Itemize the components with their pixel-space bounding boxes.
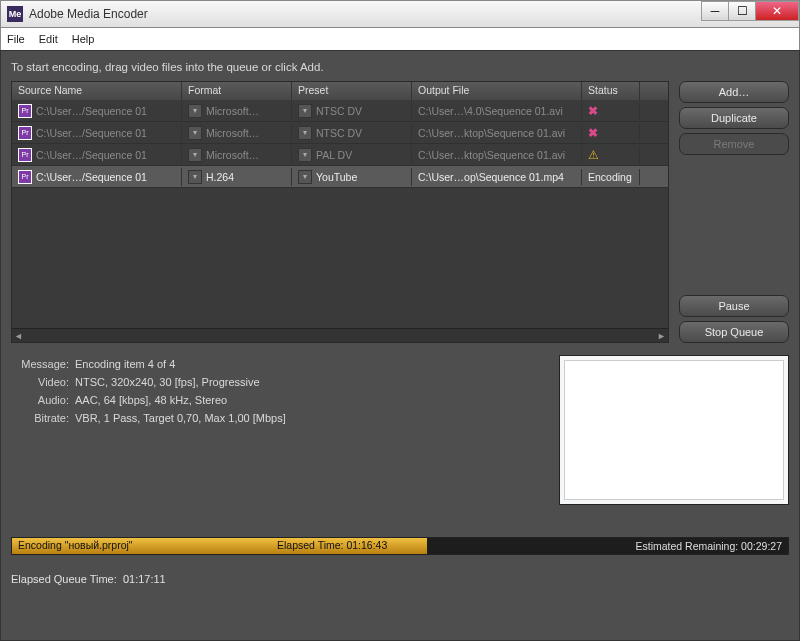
progress-remaining-label: Estimated Remaining: 00:29:27	[588, 539, 788, 553]
message-value: Encoding item 4 of 4	[75, 358, 175, 370]
table-row[interactable]: PrC:\User…/Sequence 01▾Microsoft…▾NTSC D…	[12, 100, 668, 122]
preset-value: PAL DV	[316, 149, 352, 161]
preset-value: NTSC DV	[316, 127, 362, 139]
col-status[interactable]: Status	[582, 82, 640, 100]
format-value: Microsoft…	[206, 127, 259, 139]
format-value: Microsoft…	[206, 105, 259, 117]
stop-queue-button[interactable]: Stop Queue	[679, 321, 789, 343]
window-buttons: ─ ☐ ✕	[702, 1, 799, 21]
app-body: To start encoding, drag video files into…	[0, 50, 800, 641]
audio-value: AAC, 64 [kbps], 48 kHz, Stereo	[75, 394, 227, 406]
queue-rows: PrC:\User…/Sequence 01▾Microsoft…▾NTSC D…	[12, 100, 668, 328]
col-format[interactable]: Format	[182, 82, 292, 100]
error-icon: ✖	[588, 104, 602, 118]
format-dropdown-icon[interactable]: ▾	[188, 170, 202, 184]
source-name: C:\User…/Sequence 01	[36, 105, 147, 117]
progress-row: Encoding "новый.prproj" Elapsed Time: 01…	[11, 537, 789, 555]
error-icon: ✖	[588, 126, 602, 140]
app-icon: Me	[7, 6, 23, 22]
output-file: C:\User…ktop\Sequence 01.avi	[418, 149, 565, 161]
preset-value: NTSC DV	[316, 105, 362, 117]
bitrate-label: Bitrate:	[11, 409, 69, 427]
premiere-icon: Pr	[18, 148, 32, 162]
source-name: C:\User…/Sequence 01	[36, 127, 147, 139]
format-dropdown-icon[interactable]: ▾	[188, 126, 202, 140]
progress-bar: Encoding "новый.prproj" Elapsed Time: 01…	[12, 538, 588, 554]
format-dropdown-icon[interactable]: ▾	[188, 148, 202, 162]
source-name: C:\User…/Sequence 01	[36, 171, 147, 183]
menubar: File Edit Help	[0, 28, 800, 50]
format-value: H.264	[206, 171, 234, 183]
col-preset[interactable]: Preset	[292, 82, 412, 100]
info-row: Message:Encoding item 4 of 4 Video:NTSC,…	[11, 355, 789, 505]
message-label: Message:	[11, 355, 69, 373]
elapsed-queue-label: Elapsed Queue Time:	[11, 573, 117, 585]
window-title: Adobe Media Encoder	[29, 7, 702, 21]
video-value: NTSC, 320x240, 30 [fps], Progressive	[75, 376, 260, 388]
scroll-left-icon[interactable]: ◄	[14, 331, 23, 341]
format-value: Microsoft…	[206, 149, 259, 161]
progress-elapsed-label: Elapsed Time: 01:16:43	[277, 539, 387, 551]
table-row[interactable]: PrC:\User…/Sequence 01▾Microsoft…▾NTSC D…	[12, 122, 668, 144]
encoding-info: Message:Encoding item 4 of 4 Video:NTSC,…	[11, 355, 543, 505]
close-button[interactable]: ✕	[755, 1, 799, 21]
scroll-right-icon[interactable]: ►	[657, 331, 666, 341]
hint-text: To start encoding, drag video files into…	[11, 61, 789, 73]
pause-button[interactable]: Pause	[679, 295, 789, 317]
queue-header: Source Name Format Preset Output File St…	[12, 82, 668, 100]
horizontal-scrollbar[interactable]: ◄ ►	[12, 328, 668, 342]
sidebar: Add… Duplicate Remove Pause Stop Queue	[679, 81, 789, 343]
warning-icon: ⚠	[588, 148, 602, 162]
col-source[interactable]: Source Name	[12, 82, 182, 100]
output-file: C:\User…ktop\Sequence 01.avi	[418, 127, 565, 139]
status-text: Encoding	[588, 171, 632, 183]
source-name: C:\User…/Sequence 01	[36, 149, 147, 161]
preset-dropdown-icon[interactable]: ▾	[298, 104, 312, 118]
format-dropdown-icon[interactable]: ▾	[188, 104, 202, 118]
col-output[interactable]: Output File	[412, 82, 582, 100]
progress-encoding-label: Encoding "новый.prproj"	[18, 539, 133, 551]
preset-dropdown-icon[interactable]: ▾	[298, 126, 312, 140]
bitrate-value: VBR, 1 Pass, Target 0,70, Max 1,00 [Mbps…	[75, 412, 286, 424]
preset-dropdown-icon[interactable]: ▾	[298, 170, 312, 184]
menu-edit[interactable]: Edit	[39, 33, 58, 45]
minimize-button[interactable]: ─	[701, 1, 729, 21]
add-button[interactable]: Add…	[679, 81, 789, 103]
queue-table: Source Name Format Preset Output File St…	[11, 81, 669, 343]
menu-help[interactable]: Help	[72, 33, 95, 45]
premiere-icon: Pr	[18, 126, 32, 140]
output-file: C:\User…\4.0\Sequence 01.avi	[418, 105, 563, 117]
maximize-button[interactable]: ☐	[728, 1, 756, 21]
preset-dropdown-icon[interactable]: ▾	[298, 148, 312, 162]
table-row[interactable]: PrC:\User…/Sequence 01▾H.264▾YouTubeC:\U…	[12, 166, 668, 188]
video-label: Video:	[11, 373, 69, 391]
output-file: C:\User…op\Sequence 01.mp4	[418, 171, 564, 183]
titlebar: Me Adobe Media Encoder ─ ☐ ✕	[0, 0, 800, 28]
elapsed-queue-time: Elapsed Queue Time: 01:17:11	[11, 573, 789, 585]
remove-button: Remove	[679, 133, 789, 155]
menu-file[interactable]: File	[7, 33, 25, 45]
preview-thumbnail	[559, 355, 789, 505]
audio-label: Audio:	[11, 391, 69, 409]
premiere-icon: Pr	[18, 170, 32, 184]
duplicate-button[interactable]: Duplicate	[679, 107, 789, 129]
preset-value: YouTube	[316, 171, 357, 183]
table-row[interactable]: PrC:\User…/Sequence 01▾Microsoft…▾PAL DV…	[12, 144, 668, 166]
premiere-icon: Pr	[18, 104, 32, 118]
elapsed-queue-value: 01:17:11	[123, 573, 166, 585]
